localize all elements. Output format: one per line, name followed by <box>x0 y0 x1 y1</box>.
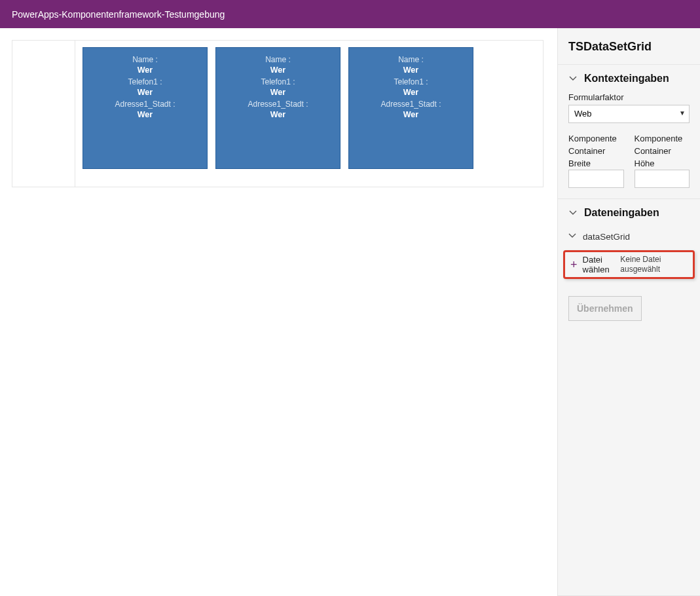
card-phone-value: Wer <box>216 87 340 98</box>
card-phone-value: Wer <box>83 87 207 98</box>
card-city-label: Adresse1_Stadt : <box>349 99 473 109</box>
app-title: PowerApps-Komponentenframework-Testumgeb… <box>12 9 225 20</box>
chevron-down-icon <box>568 208 578 217</box>
width-label: KomponenteContainerBreite <box>568 132 624 170</box>
data-inputs-title: Dateneingaben <box>584 207 659 219</box>
card-name-label: Name : <box>216 54 340 65</box>
height-column: KomponenteContainerHöhe <box>635 132 690 188</box>
file-choose-label: Datei wählen <box>583 255 621 274</box>
file-status-text: Keine Datei ausgewählt <box>620 255 688 274</box>
canvas-gutter <box>12 41 75 187</box>
card-city-value: Wer <box>349 109 473 121</box>
form-factor-select-wrap: Web ▼ <box>568 105 690 123</box>
app-header: PowerApps-Komponentenframework-Testumgeb… <box>0 0 700 28</box>
height-label: KomponenteContainerHöhe <box>635 132 690 170</box>
sidebar-title: TSDataSetGrid <box>558 37 700 65</box>
data-card[interactable]: Name : Wer Telefon1 : Wer Adresse1_Stadt… <box>215 47 341 169</box>
canvas-area: Name : Wer Telefon1 : Wer Adresse1_Stadt… <box>0 28 557 596</box>
context-inputs-header[interactable]: Kontexteingaben <box>558 65 700 90</box>
chevron-down-icon <box>568 231 576 242</box>
data-card[interactable]: Name : Wer Telefon1 : Wer Adresse1_Stadt… <box>348 47 473 169</box>
sidebar-panel: TSDataSetGrid Kontexteingaben Formularfa… <box>557 28 700 596</box>
plus-icon: + <box>570 259 578 270</box>
dimensions-row: KomponenteContainerBreite KomponenteCont… <box>568 132 690 188</box>
card-phone-label: Telefon1 : <box>349 77 473 87</box>
card-city-label: Adresse1_Stadt : <box>216 99 340 109</box>
height-input[interactable] <box>635 170 690 188</box>
card-phone-value: Wer <box>349 87 473 98</box>
file-chooser-left: + Datei wählen <box>570 255 620 274</box>
cards-container: Name : Wer Telefon1 : Wer Adresse1_Stadt… <box>75 41 543 187</box>
data-inputs-header[interactable]: Dateneingaben <box>558 199 700 224</box>
file-chooser-row[interactable]: + Datei wählen Keine Datei ausgewählt <box>563 250 695 279</box>
width-input[interactable] <box>568 170 624 188</box>
apply-button[interactable]: Übernehmen <box>568 296 642 321</box>
card-name-value: Wer <box>83 65 207 76</box>
chevron-down-icon <box>568 74 578 83</box>
card-name-label: Name : <box>349 54 473 65</box>
dataset-label: dataSetGrid <box>583 232 630 242</box>
main-layout: Name : Wer Telefon1 : Wer Adresse1_Stadt… <box>0 28 700 596</box>
card-name-value: Wer <box>216 65 340 76</box>
card-name-value: Wer <box>349 65 473 76</box>
data-card[interactable]: Name : Wer Telefon1 : Wer Adresse1_Stadt… <box>83 47 208 169</box>
context-inputs-title: Kontexteingaben <box>584 73 669 84</box>
form-factor-select[interactable]: Web <box>568 105 690 123</box>
dataset-header[interactable]: dataSetGrid <box>558 224 700 246</box>
card-city-label: Adresse1_Stadt : <box>83 99 207 109</box>
card-city-value: Wer <box>83 109 207 121</box>
component-canvas: Name : Wer Telefon1 : Wer Adresse1_Stadt… <box>12 40 543 187</box>
card-phone-label: Telefon1 : <box>216 77 340 87</box>
card-city-value: Wer <box>216 109 340 121</box>
card-phone-label: Telefon1 : <box>83 77 207 87</box>
width-column: KomponenteContainerBreite <box>568 132 624 188</box>
form-factor-label: Formularfaktor <box>568 92 690 102</box>
context-inputs-body: Formularfaktor Web ▼ KomponenteContainer… <box>558 90 700 199</box>
card-name-label: Name : <box>83 54 207 65</box>
